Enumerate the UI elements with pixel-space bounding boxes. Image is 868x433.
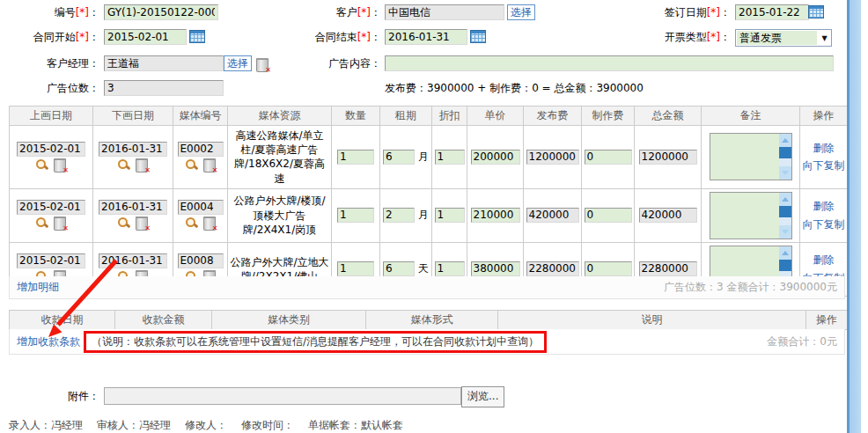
attachment-file-input[interactable] bbox=[104, 387, 461, 405]
customer-input[interactable] bbox=[385, 4, 504, 20]
start-date-cell-input[interactable] bbox=[17, 142, 85, 157]
delete-icon[interactable] bbox=[256, 58, 268, 72]
delete-icon[interactable] bbox=[203, 216, 216, 231]
col-header: 折扣 bbox=[432, 106, 467, 126]
account-set: 单据帐套：默认帐套 bbox=[308, 418, 403, 433]
invoice-type-select[interactable]: 普通发票 ▼ bbox=[735, 29, 832, 47]
scroll-down-icon[interactable] bbox=[779, 225, 791, 239]
start-date-cell-input[interactable] bbox=[17, 253, 85, 268]
total-input[interactable] bbox=[639, 150, 697, 165]
add-payment-link[interactable]: 增加收款条款 bbox=[17, 334, 80, 349]
pub-fee-input[interactable] bbox=[526, 261, 579, 276]
term-input[interactable] bbox=[383, 208, 415, 223]
delete-icon[interactable] bbox=[136, 216, 148, 231]
media-code-input[interactable] bbox=[178, 253, 224, 268]
discount-input[interactable] bbox=[435, 208, 465, 223]
search-icon[interactable] bbox=[36, 217, 48, 230]
price-input[interactable] bbox=[471, 150, 520, 165]
delete-row-link[interactable]: 删除 bbox=[802, 197, 845, 215]
term-input[interactable] bbox=[383, 150, 415, 165]
discount-input[interactable] bbox=[435, 150, 465, 165]
make-fee-input[interactable] bbox=[585, 261, 632, 276]
delete-row-link[interactable]: 删除 bbox=[802, 251, 845, 268]
pub-fee-input[interactable] bbox=[526, 208, 579, 223]
remark-textarea[interactable] bbox=[710, 192, 792, 239]
start-date-cell-input[interactable] bbox=[17, 200, 85, 215]
copy-down-link[interactable]: 向下复制 bbox=[802, 216, 845, 233]
delete-icon[interactable] bbox=[54, 216, 66, 231]
media-code-input[interactable] bbox=[178, 142, 224, 157]
media-resource: 高速公路媒体/单立柱/夏蓉高速广告牌/18X6X2/夏蓉高速 bbox=[228, 126, 332, 189]
search-icon[interactable] bbox=[36, 159, 48, 172]
start-date-input[interactable] bbox=[104, 29, 187, 45]
col-header: 数量 bbox=[332, 106, 380, 126]
modified-by: 修改人： bbox=[185, 418, 227, 433]
ad-content-label: 广告内容： bbox=[299, 55, 381, 71]
media-table-footer: 增加明细 广告位数：3 金额合计：3900000元 bbox=[9, 276, 845, 299]
delete-icon[interactable] bbox=[203, 158, 216, 172]
scroll-up-icon[interactable] bbox=[779, 134, 791, 147]
manager-input[interactable] bbox=[104, 55, 224, 71]
media-code-input[interactable] bbox=[178, 200, 224, 215]
price-input[interactable] bbox=[471, 208, 520, 223]
add-detail-link[interactable]: 增加明细 bbox=[17, 280, 59, 295]
col-header: 单价 bbox=[467, 106, 524, 126]
term-unit: 月 bbox=[418, 150, 429, 163]
make-fee-input[interactable] bbox=[585, 150, 632, 165]
search-icon[interactable] bbox=[118, 217, 130, 230]
media-total-summary: 广告位数：3 金额合计：3900000元 bbox=[664, 280, 837, 295]
ad-slots-input[interactable] bbox=[104, 80, 224, 96]
sign-date-input[interactable] bbox=[735, 4, 809, 20]
calendar-icon[interactable] bbox=[189, 30, 205, 43]
price-input[interactable] bbox=[471, 261, 520, 276]
qty-input[interactable] bbox=[337, 208, 374, 223]
scroll-up-icon[interactable] bbox=[779, 193, 791, 206]
term-input[interactable] bbox=[383, 261, 415, 276]
col-header: 媒体形式 bbox=[366, 311, 498, 330]
fee-summary: 发布费：3900000 + 制作费：0 = 总金额：3900000 bbox=[385, 80, 644, 96]
col-header: 总金额 bbox=[635, 106, 702, 126]
delete-icon[interactable] bbox=[136, 158, 148, 172]
table-row: 公路户外大牌/楼顶/顶楼大广告牌/2X4X1/岗顶 月 删除 向下复制 bbox=[10, 188, 848, 242]
end-date-cell-input[interactable] bbox=[99, 142, 167, 157]
contract-no-input[interactable] bbox=[104, 4, 218, 20]
end-date-input[interactable] bbox=[385, 29, 467, 45]
search-icon[interactable] bbox=[186, 159, 198, 172]
ad-content-input[interactable] bbox=[385, 55, 834, 71]
total-input[interactable] bbox=[639, 261, 697, 276]
discount-input[interactable] bbox=[435, 261, 465, 276]
search-icon[interactable] bbox=[118, 159, 130, 172]
contract-form-page: 编号[*]： 客户[*]： 选择 签订日期[*]： 合同开始[*]： 合同结束[… bbox=[0, 0, 868, 433]
end-date-cell-input[interactable] bbox=[99, 253, 167, 268]
qty-input[interactable] bbox=[337, 261, 374, 276]
audited-by: 审核人：冯经理 bbox=[97, 418, 171, 433]
total-input[interactable] bbox=[639, 208, 697, 223]
col-header: 收款金额 bbox=[115, 311, 212, 330]
scroll-thumb[interactable] bbox=[779, 147, 791, 158]
delete-row-link[interactable]: 删除 bbox=[802, 139, 845, 157]
scroll-up-icon[interactable] bbox=[779, 246, 791, 260]
customer-select-button[interactable]: 选择 bbox=[507, 4, 535, 20]
search-icon[interactable] bbox=[186, 217, 198, 230]
remark-textarea[interactable] bbox=[710, 133, 792, 180]
delete-icon[interactable] bbox=[54, 158, 66, 172]
manager-select-button[interactable]: 选择 bbox=[224, 55, 252, 71]
dropdown-arrow-icon: ▼ bbox=[818, 30, 831, 46]
col-header: 操作 bbox=[800, 106, 848, 126]
end-date-cell-input[interactable] bbox=[99, 200, 167, 215]
scroll-thumb[interactable] bbox=[779, 260, 791, 271]
pub-fee-input[interactable] bbox=[526, 150, 579, 165]
calendar-icon[interactable] bbox=[470, 30, 486, 43]
copy-down-link[interactable]: 向下复制 bbox=[802, 157, 845, 174]
vertical-scrollbar[interactable] bbox=[847, 0, 861, 433]
start-date-label: 合同开始[*]： bbox=[18, 29, 99, 45]
col-header: 制作费 bbox=[582, 106, 635, 126]
invoice-type-label: 开票类型[*]： bbox=[639, 29, 731, 45]
scroll-thumb[interactable] bbox=[779, 206, 791, 217]
calendar-icon[interactable] bbox=[808, 5, 824, 18]
qty-input[interactable] bbox=[337, 150, 374, 165]
scroll-down-icon[interactable] bbox=[779, 166, 791, 180]
note-highlight-box: （说明：收款条款可以在系统管理中设置短信/消息提醒客户经理，可以在合同收款计划中… bbox=[84, 331, 547, 353]
browse-button[interactable]: 浏览... bbox=[461, 386, 504, 407]
make-fee-input[interactable] bbox=[585, 208, 632, 223]
